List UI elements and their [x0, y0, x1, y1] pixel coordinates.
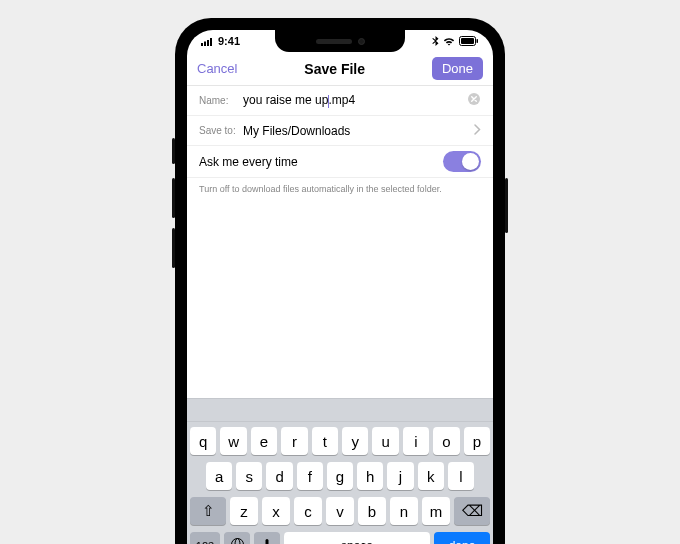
power-button — [505, 178, 508, 233]
notch — [275, 30, 405, 52]
filename-value-post: .mp4 — [328, 93, 355, 107]
ask-every-time-toggle[interactable] — [443, 151, 481, 172]
key-b[interactable]: b — [358, 497, 386, 525]
cancel-button[interactable]: Cancel — [197, 61, 237, 76]
volume-down-button — [172, 228, 175, 268]
filename-label: Name: — [199, 95, 243, 106]
svg-rect-3 — [210, 38, 212, 46]
key-w[interactable]: w — [220, 427, 246, 455]
key-r[interactable]: r — [281, 427, 307, 455]
key-l[interactable]: l — [448, 462, 474, 490]
status-time: 9:41 — [218, 35, 240, 47]
key-y[interactable]: y — [342, 427, 368, 455]
svg-rect-11 — [266, 539, 269, 545]
svg-rect-2 — [207, 40, 209, 46]
key-s[interactable]: s — [236, 462, 262, 490]
key-j[interactable]: j — [387, 462, 413, 490]
save-to-value: My Files/Downloads — [243, 124, 474, 138]
keyboard-row-3: ⇧ z x c v b n m ⌫ — [190, 497, 490, 525]
key-q[interactable]: q — [190, 427, 216, 455]
cellular-signal-icon — [201, 37, 214, 46]
speaker-grille — [316, 39, 352, 44]
key-dictation[interactable] — [254, 532, 280, 544]
content-area — [187, 200, 493, 398]
wifi-icon — [443, 37, 455, 46]
ask-every-time-row: Ask me every time — [187, 146, 493, 178]
keyboard-row-4: 123 space done — [190, 532, 490, 544]
filename-value-pre: you raise me up — [243, 93, 328, 107]
key-h[interactable]: h — [357, 462, 383, 490]
clear-text-icon[interactable] — [467, 92, 481, 109]
key-shift[interactable]: ⇧ — [190, 497, 226, 525]
filename-row[interactable]: Name: you raise me up.mp4 — [187, 86, 493, 116]
ask-every-time-label: Ask me every time — [199, 155, 298, 169]
key-x[interactable]: x — [262, 497, 290, 525]
key-o[interactable]: o — [433, 427, 459, 455]
keyboard-suggestion-bar[interactable] — [187, 398, 493, 422]
keyboard-row-1: q w e r t y u i o p — [190, 427, 490, 455]
key-p[interactable]: p — [464, 427, 490, 455]
microphone-icon — [262, 538, 272, 545]
key-globe[interactable] — [224, 532, 250, 544]
phone-frame: 9:41 Cancel Save File Done Name: — [175, 18, 505, 544]
hint-text: Turn off to download files automatically… — [187, 178, 493, 200]
shift-icon: ⇧ — [202, 502, 215, 520]
key-e[interactable]: e — [251, 427, 277, 455]
key-a[interactable]: a — [206, 462, 232, 490]
screen: 9:41 Cancel Save File Done Name: — [187, 30, 493, 544]
svg-rect-6 — [477, 39, 479, 43]
key-m[interactable]: m — [422, 497, 450, 525]
battery-icon — [459, 36, 479, 46]
chevron-right-icon — [474, 124, 481, 138]
bluetooth-icon — [432, 36, 439, 47]
svg-point-8 — [231, 539, 243, 545]
volume-up-button — [172, 178, 175, 218]
backspace-icon: ⌫ — [462, 502, 483, 520]
key-c[interactable]: c — [294, 497, 322, 525]
svg-rect-0 — [201, 43, 203, 46]
toggle-thumb — [462, 153, 479, 170]
save-to-label: Save to: — [199, 125, 243, 136]
key-u[interactable]: u — [372, 427, 398, 455]
filename-input[interactable]: you raise me up.mp4 — [243, 93, 467, 107]
globe-icon — [230, 537, 245, 544]
nav-bar: Cancel Save File Done — [187, 52, 493, 86]
svg-point-9 — [235, 539, 240, 545]
side-button — [172, 138, 175, 164]
front-camera — [358, 38, 365, 45]
keyboard: q w e r t y u i o p a s d f g h j k — [187, 422, 493, 544]
key-v[interactable]: v — [326, 497, 354, 525]
key-i[interactable]: i — [403, 427, 429, 455]
svg-rect-5 — [461, 38, 474, 44]
key-space[interactable]: space — [284, 532, 430, 544]
key-k[interactable]: k — [418, 462, 444, 490]
page-title: Save File — [304, 61, 365, 77]
keyboard-row-2: a s d f g h j k l — [190, 462, 490, 490]
key-backspace[interactable]: ⌫ — [454, 497, 490, 525]
key-f[interactable]: f — [297, 462, 323, 490]
key-z[interactable]: z — [230, 497, 258, 525]
key-n[interactable]: n — [390, 497, 418, 525]
save-to-row[interactable]: Save to: My Files/Downloads — [187, 116, 493, 146]
key-d[interactable]: d — [266, 462, 292, 490]
svg-rect-1 — [204, 41, 206, 46]
key-numbers[interactable]: 123 — [190, 532, 220, 544]
key-return-done[interactable]: done — [434, 532, 490, 544]
key-g[interactable]: g — [327, 462, 353, 490]
done-button[interactable]: Done — [432, 57, 483, 80]
key-t[interactable]: t — [312, 427, 338, 455]
